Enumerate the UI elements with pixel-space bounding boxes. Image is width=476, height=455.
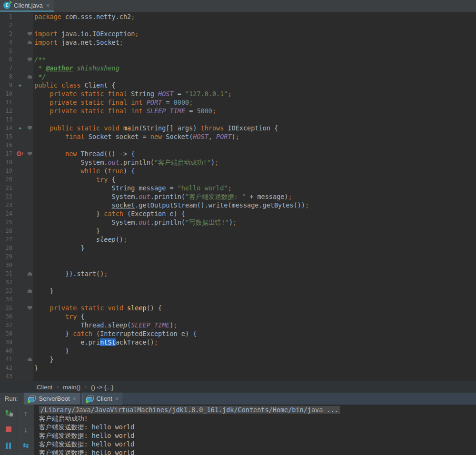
fold-marker-icon[interactable] xyxy=(27,287,33,295)
code-line[interactable]: 10 private static final String HOST = "1… xyxy=(0,89,476,98)
code-line[interactable]: 2 xyxy=(0,21,476,30)
code-text[interactable]: new Thread(() -> { xyxy=(33,149,476,158)
code-text[interactable] xyxy=(33,252,476,261)
console-line[interactable]: 客户端发送数据: hello world xyxy=(39,448,476,455)
close-icon[interactable]: × xyxy=(73,396,76,402)
code-line[interactable]: 41 } xyxy=(0,355,476,364)
code-line[interactable]: 8 */ xyxy=(0,72,476,81)
console-line[interactable]: 客户端发送数据: hello world xyxy=(39,431,476,440)
line-number[interactable]: 10 xyxy=(0,89,14,98)
code-line[interactable]: 38 } catch (InterruptedException e) { xyxy=(0,329,476,338)
line-number[interactable]: 20 xyxy=(0,175,14,184)
line-number[interactable]: 38 xyxy=(0,329,14,338)
code-text[interactable] xyxy=(33,115,476,124)
code-text[interactable]: sleep(); xyxy=(33,235,476,244)
line-number[interactable]: 31 xyxy=(0,269,14,278)
run-tab-serverboot[interactable]: ServerBoot× xyxy=(24,393,79,405)
code-editor[interactable]: 1package com.sss.netty.ch2;23import java… xyxy=(0,12,476,381)
code-text[interactable]: import java.net.Socket; xyxy=(33,38,476,47)
code-line[interactable]: 36 try { xyxy=(0,312,476,321)
fold-end-icon[interactable] xyxy=(28,357,32,361)
code-line[interactable]: 39 e.printStackTrace(); xyxy=(0,338,476,346)
line-number[interactable]: 4 xyxy=(0,38,14,47)
code-line[interactable]: 23 socket.getOutputStream().write(messag… xyxy=(0,201,476,209)
code-line[interactable]: 40 } xyxy=(0,346,476,355)
code-text[interactable]: public static void main(String[] args) t… xyxy=(33,124,476,132)
line-number[interactable]: 34 xyxy=(0,295,14,304)
line-number[interactable]: 33 xyxy=(0,287,14,295)
fold-end-icon[interactable] xyxy=(28,289,32,293)
code-text[interactable]: String message = "hello world"; xyxy=(33,184,476,192)
breadcrumb-item[interactable]: main() xyxy=(63,384,80,391)
code-line[interactable]: 12 private static final int SLEEP_TIME =… xyxy=(0,107,476,115)
fold-marker-icon[interactable] xyxy=(27,269,33,278)
code-line[interactable]: 28 } xyxy=(0,244,476,252)
code-text[interactable]: * @author shishusheng xyxy=(33,64,476,72)
code-line[interactable]: 25 System.out.println("写数据出错!"); xyxy=(0,218,476,227)
fold-start-icon[interactable] xyxy=(28,152,32,156)
tab-client-java[interactable]: C Client.java × xyxy=(0,0,54,12)
line-number[interactable]: 29 xyxy=(0,252,14,261)
line-number[interactable]: 36 xyxy=(0,312,14,321)
code-line[interactable]: 16 xyxy=(0,141,476,149)
fold-end-icon[interactable] xyxy=(28,40,32,44)
line-number[interactable]: 13 xyxy=(0,115,14,124)
code-line[interactable]: 26 } xyxy=(0,227,476,235)
line-number[interactable]: 1 xyxy=(0,12,14,21)
code-text[interactable]: } xyxy=(33,244,476,252)
line-number[interactable]: 39 xyxy=(0,338,14,346)
line-number[interactable]: 28 xyxy=(0,244,14,252)
line-number[interactable]: 15 xyxy=(0,132,14,141)
line-number[interactable]: 32 xyxy=(0,278,14,287)
line-number[interactable]: 2 xyxy=(0,21,14,30)
code-text[interactable]: private static final int PORT = 8000; xyxy=(33,98,476,107)
console-line[interactable]: 客户端发送数据: hello world xyxy=(39,423,476,431)
run-tab-client[interactable]: Client× xyxy=(82,393,122,405)
line-number[interactable]: 23 xyxy=(0,201,14,209)
line-number[interactable]: 40 xyxy=(0,346,14,355)
code-line[interactable]: 37 Thread.sleep(SLEEP_TIME); xyxy=(0,321,476,329)
close-icon[interactable]: × xyxy=(115,396,119,402)
run-arrow-icon[interactable]: ▶ xyxy=(19,81,21,89)
code-line[interactable]: 17↑ new Thread(() -> { xyxy=(0,149,476,158)
code-line[interactable]: 5 xyxy=(0,47,476,55)
run-gutter-icon[interactable]: ▶ xyxy=(14,81,27,89)
console-line[interactable]: 客户端发送数据: hello world xyxy=(39,440,476,448)
fold-marker-icon[interactable] xyxy=(27,304,33,312)
code-text[interactable] xyxy=(33,261,476,269)
code-text[interactable]: } xyxy=(33,364,476,372)
code-text[interactable]: public class Client { xyxy=(33,81,476,89)
line-number[interactable]: 11 xyxy=(0,98,14,107)
line-number[interactable]: 37 xyxy=(0,321,14,329)
code-line[interactable]: 9▶public class Client { xyxy=(0,81,476,89)
code-line[interactable]: 21 String message = "hello world"; xyxy=(0,184,476,192)
code-line[interactable]: 42} xyxy=(0,364,476,372)
code-text[interactable]: private static final String HOST = "127.… xyxy=(33,89,476,98)
code-line[interactable]: 1package com.sss.netty.ch2; xyxy=(0,12,476,21)
code-line[interactable]: 31 }).start(); xyxy=(0,269,476,278)
fold-marker-icon[interactable] xyxy=(27,124,33,132)
line-number[interactable]: 6 xyxy=(0,55,14,64)
code-line[interactable]: 11 private static final int PORT = 8000; xyxy=(0,98,476,107)
fold-marker-icon[interactable] xyxy=(27,55,33,64)
code-line[interactable]: 6/** xyxy=(0,55,476,64)
fold-marker-icon[interactable] xyxy=(27,355,33,364)
console-line[interactable]: /Library/Java/JavaVirtualMachines/jdk1.8… xyxy=(39,406,476,414)
fold-end-icon[interactable] xyxy=(28,75,32,79)
thread-icon[interactable]: ↑ xyxy=(17,149,24,158)
code-line[interactable]: 29 xyxy=(0,252,476,261)
code-text[interactable]: } catch (Exception e) { xyxy=(33,209,476,218)
line-number[interactable]: 21 xyxy=(0,184,14,192)
code-text[interactable]: try { xyxy=(33,175,476,184)
code-line[interactable]: 20 try { xyxy=(0,175,476,184)
code-line[interactable]: 3import java.io.IOException; xyxy=(0,30,476,38)
code-line[interactable]: 15 final Socket socket = new Socket(HOST… xyxy=(0,132,476,141)
code-text[interactable]: } xyxy=(33,227,476,235)
code-text[interactable]: Thread.sleep(SLEEP_TIME); xyxy=(33,321,476,329)
code-line[interactable]: 4import java.net.Socket; xyxy=(0,38,476,47)
fold-start-icon[interactable] xyxy=(28,58,32,61)
line-number[interactable]: 8 xyxy=(0,72,14,81)
pause-button[interactable] xyxy=(4,441,13,450)
code-line[interactable]: 35 private static void sleep() { xyxy=(0,304,476,312)
line-number[interactable]: 18 xyxy=(0,158,14,167)
